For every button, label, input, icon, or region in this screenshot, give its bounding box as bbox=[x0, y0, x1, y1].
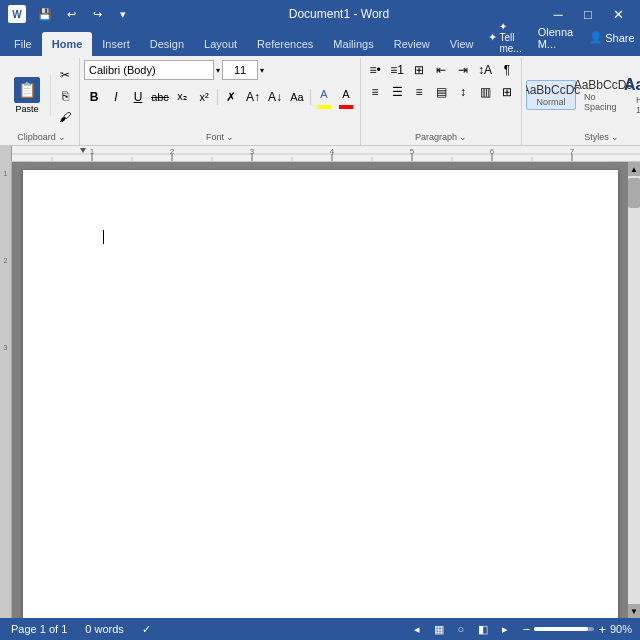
font-format-row: B I U abc x₂ x² ✗ A↑ A↓ Aa A A bbox=[84, 84, 356, 109]
zoom-level[interactable]: 90% bbox=[610, 623, 632, 635]
font-size-dropdown[interactable]: ▾ bbox=[260, 66, 264, 75]
clear-format-button[interactable]: ✗ bbox=[221, 87, 241, 107]
tab-insert[interactable]: Insert bbox=[92, 32, 140, 56]
font-size-input[interactable] bbox=[222, 60, 258, 80]
increase-size-button[interactable]: A↑ bbox=[243, 87, 263, 107]
tab-mailings[interactable]: Mailings bbox=[323, 32, 383, 56]
underline-button[interactable]: U bbox=[128, 87, 148, 107]
bold-button[interactable]: B bbox=[84, 87, 104, 107]
tab-layout[interactable]: Layout bbox=[194, 32, 247, 56]
tell-me-label: ✦ Tell me... bbox=[499, 21, 521, 54]
proofing-status[interactable]: ✓ bbox=[139, 622, 154, 637]
document-page[interactable] bbox=[23, 170, 618, 618]
shading-button[interactable]: ▥ bbox=[475, 82, 495, 102]
superscript-button[interactable]: x² bbox=[194, 87, 214, 107]
tab-references[interactable]: References bbox=[247, 32, 323, 56]
share-icon: 👤 bbox=[589, 31, 603, 44]
paste-label: Paste bbox=[15, 104, 38, 114]
scroll-thumb[interactable] bbox=[628, 178, 640, 208]
style-normal[interactable]: AaBbCcDc Normal bbox=[526, 80, 576, 110]
italic-button[interactable]: I bbox=[106, 87, 126, 107]
align-right-button[interactable]: ≡ bbox=[409, 82, 429, 102]
web-layout-view[interactable]: ○ bbox=[451, 621, 471, 637]
indent-marker bbox=[80, 148, 86, 153]
proofing-icon: ✓ bbox=[142, 623, 151, 635]
font-family-dropdown[interactable]: ▾ bbox=[216, 66, 220, 75]
strikethrough-button[interactable]: abc bbox=[150, 87, 170, 107]
print-layout-view[interactable]: ▦ bbox=[429, 621, 449, 637]
style-no-spacing[interactable]: AaBbCcDc No Spacing bbox=[578, 76, 628, 114]
scroll-left-button[interactable]: ◂ bbox=[407, 620, 427, 638]
tab-design[interactable]: Design bbox=[140, 32, 194, 56]
page-info[interactable]: Page 1 of 1 bbox=[8, 622, 70, 636]
quick-more-button[interactable]: ▾ bbox=[112, 3, 134, 25]
quick-save-button[interactable]: 💾 bbox=[34, 3, 56, 25]
font-family-input[interactable] bbox=[84, 60, 214, 80]
decrease-size-button[interactable]: A↓ bbox=[265, 87, 285, 107]
document-container[interactable]: 1 2 3 ▲ ▼ bbox=[0, 162, 640, 618]
style-normal-preview: AaBbCcDc bbox=[526, 83, 580, 97]
font-dialog-button[interactable]: ⌄ bbox=[226, 132, 234, 142]
quick-redo-button[interactable]: ↪ bbox=[86, 3, 108, 25]
text-highlight-button[interactable]: A bbox=[314, 84, 334, 104]
change-case-button[interactable]: Aa bbox=[287, 87, 307, 107]
tab-home[interactable]: Home bbox=[42, 32, 93, 56]
margin-numbers: 1 2 3 bbox=[0, 170, 11, 351]
decrease-indent-button[interactable]: ⇤ bbox=[431, 60, 451, 80]
shading-container: ▥ bbox=[475, 82, 495, 102]
copy-button[interactable]: ⎘ bbox=[55, 86, 75, 106]
align-left-button[interactable]: ≡ bbox=[365, 82, 385, 102]
tab-file[interactable]: File bbox=[4, 32, 42, 56]
justify-button[interactable]: ▤ bbox=[431, 82, 451, 102]
zoom-control: − + 90% bbox=[523, 622, 632, 637]
borders-button[interactable]: ⊞ bbox=[497, 82, 517, 102]
user-account[interactable]: Olenna M... bbox=[533, 24, 578, 52]
paste-button[interactable]: 📋 Paste bbox=[8, 75, 46, 116]
paragraph-dialog-button[interactable]: ⌄ bbox=[459, 132, 467, 142]
scroll-down-button[interactable]: ▼ bbox=[628, 604, 640, 618]
text-highlight-container: A bbox=[314, 84, 334, 109]
align-center-button[interactable]: ☰ bbox=[387, 82, 407, 102]
user-label: Olenna M... bbox=[538, 26, 573, 50]
scroll-right-button[interactable]: ▸ bbox=[495, 620, 515, 638]
zoom-plus-button[interactable]: + bbox=[598, 622, 606, 637]
clipboard-group-content: 📋 Paste ✂ ⎘ 🖌 bbox=[8, 60, 75, 130]
tell-me-button[interactable]: ✦ ✦ Tell me... bbox=[483, 19, 526, 56]
format-painter-button[interactable]: 🖌 bbox=[55, 107, 75, 127]
svg-text:3: 3 bbox=[250, 147, 255, 156]
ribbon-right-area: ✦ ✦ Tell me... Olenna M... 👤 Share bbox=[483, 19, 640, 56]
share-button[interactable]: 👤 Share bbox=[584, 29, 639, 46]
cut-button[interactable]: ✂ bbox=[55, 65, 75, 85]
read-mode-view[interactable]: ◧ bbox=[473, 621, 493, 637]
bullets-button[interactable]: ≡• bbox=[365, 60, 385, 80]
paragraph-group-label: Paragraph ⌄ bbox=[365, 130, 517, 143]
sort-button[interactable]: ↕A bbox=[475, 60, 495, 80]
zoom-slider[interactable] bbox=[534, 627, 594, 631]
highlight-color-indicator bbox=[317, 105, 331, 109]
clipboard-dialog-button[interactable]: ⌄ bbox=[58, 132, 66, 142]
svg-text:7: 7 bbox=[570, 147, 575, 156]
word-count[interactable]: 0 words bbox=[82, 622, 127, 636]
svg-text:4: 4 bbox=[330, 147, 335, 156]
paragraph-group: ≡• ≡1 ⊞ ⇤ ⇥ ↕A ¶ ≡ ☰ ≡ ▤ ↕ ▥ ⊞ bbox=[361, 58, 522, 145]
numbering-button[interactable]: ≡1 bbox=[387, 60, 407, 80]
increase-indent-button[interactable]: ⇥ bbox=[453, 60, 473, 80]
zoom-minus-button[interactable]: − bbox=[523, 622, 531, 637]
quick-undo-button[interactable]: ↩ bbox=[60, 3, 82, 25]
style-heading1[interactable]: AaBbCc Heading 1 bbox=[630, 73, 640, 116]
status-bar-right: ◂ ▦ ○ ◧ ▸ − + 90% bbox=[407, 620, 632, 638]
tab-view[interactable]: View bbox=[440, 32, 484, 56]
vertical-scrollbar[interactable]: ▲ ▼ bbox=[628, 162, 640, 618]
multilevel-button[interactable]: ⊞ bbox=[409, 60, 429, 80]
font-group: ▾ ▾ B I U abc x₂ x² ✗ A↑ A↓ Aa A bbox=[80, 58, 361, 145]
show-marks-button[interactable]: ¶ bbox=[497, 60, 517, 80]
font-group-label: Font ⌄ bbox=[84, 130, 356, 143]
subscript-button[interactable]: x₂ bbox=[172, 87, 192, 107]
scroll-up-button[interactable]: ▲ bbox=[628, 162, 640, 176]
font-color-button[interactable]: A bbox=[336, 84, 356, 104]
ruler-svg: 1 2 3 4 5 6 7 bbox=[12, 146, 640, 162]
ribbon: 📋 Paste ✂ ⎘ 🖌 Clipboard ⌄ ▾ ▾ bbox=[0, 56, 640, 146]
line-spacing-button[interactable]: ↕ bbox=[453, 82, 473, 102]
tab-review[interactable]: Review bbox=[384, 32, 440, 56]
styles-dialog-button[interactable]: ⌄ bbox=[611, 132, 619, 142]
